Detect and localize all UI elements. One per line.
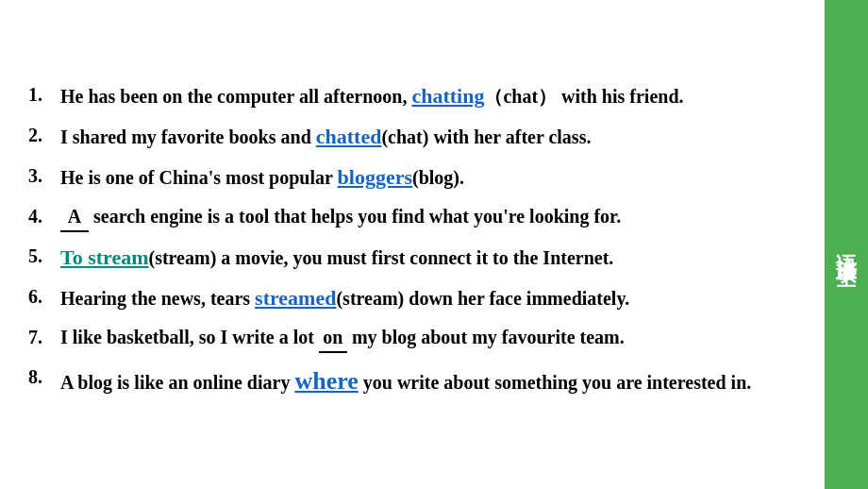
sidebar: 语法填空 xyxy=(825,0,868,489)
list-item: A blog is like an online diary where you… xyxy=(28,363,796,399)
item-text: Hearing the news, tears streamed(stream)… xyxy=(60,282,796,313)
list-item: A search engine is a tool that helps you… xyxy=(28,202,796,232)
list-item: He has been on the computer all afternoo… xyxy=(28,80,796,111)
answer-7: on xyxy=(319,323,347,353)
blank-4: A xyxy=(60,202,89,232)
list-item: He is one of China's most popular blogge… xyxy=(28,161,796,193)
list-item: Hearing the news, tears streamed(stream)… xyxy=(28,282,796,313)
item-text: He has been on the computer all afternoo… xyxy=(60,80,796,111)
answer-6: streamed xyxy=(255,286,336,310)
item-text: A blog is like an online diary where you… xyxy=(60,363,796,399)
answer-2: chatted xyxy=(316,125,382,148)
exercise-list: He has been on the computer all afternoo… xyxy=(28,80,796,409)
sidebar-label: 语法填空 xyxy=(832,237,860,252)
answer-1: chatting xyxy=(411,84,484,108)
answer-8: where xyxy=(294,367,358,395)
item-text: He is one of China's most popular blogge… xyxy=(60,161,796,193)
list-item: I shared my favorite books and chatted(c… xyxy=(28,121,796,152)
item-text: A search engine is a tool that helps you… xyxy=(60,202,796,232)
item-text: To stream(stream) a movie, you must firs… xyxy=(60,242,796,273)
list-item: I like basketball, so I write a lot on m… xyxy=(28,323,796,353)
answer-3: bloggers xyxy=(338,165,412,189)
item-text: I shared my favorite books and chatted(c… xyxy=(60,121,796,152)
main-content: He has been on the computer all afternoo… xyxy=(0,0,825,489)
answer-5: To stream xyxy=(60,245,149,269)
item-text: I like basketball, so I write a lot on m… xyxy=(60,323,796,353)
list-item: To stream(stream) a movie, you must firs… xyxy=(28,242,796,273)
